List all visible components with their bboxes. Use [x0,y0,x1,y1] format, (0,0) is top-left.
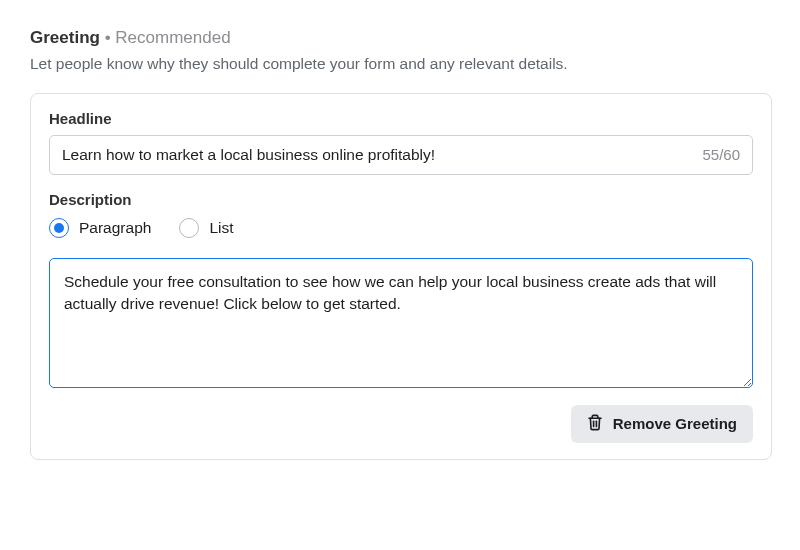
card-footer: Remove Greeting [49,405,753,443]
description-textarea-wrap: Schedule your free consultation to see h… [49,258,753,391]
remove-greeting-label: Remove Greeting [613,415,737,432]
description-textarea[interactable]: Schedule your free consultation to see h… [49,258,753,388]
description-label: Description [49,191,753,208]
radio-label-list: List [209,219,233,237]
section-title: Greeting [30,28,100,47]
radio-circle-icon [179,218,199,238]
headline-char-counter: 55/60 [702,146,740,163]
section-header: Greeting • Recommended Let people know w… [30,28,772,75]
remove-greeting-button[interactable]: Remove Greeting [571,405,753,443]
description-type-radio-group: Paragraph List [49,218,753,238]
description-section: Description Paragraph List Schedule your… [49,191,753,391]
greeting-card: Headline 55/60 Description Paragraph Lis… [30,93,772,460]
headline-label: Headline [49,110,753,127]
section-description: Let people know why they should complete… [30,54,772,75]
radio-option-list[interactable]: List [179,218,233,238]
headline-input-row: 55/60 [49,135,753,175]
radio-circle-icon [49,218,69,238]
radio-label-paragraph: Paragraph [79,219,151,237]
headline-input[interactable] [62,136,694,174]
section-subtitle-separator: • [100,28,115,47]
section-subtitle: Recommended [115,28,230,47]
radio-option-paragraph[interactable]: Paragraph [49,218,151,238]
radio-dot-icon [54,223,64,233]
trash-icon [587,414,603,434]
